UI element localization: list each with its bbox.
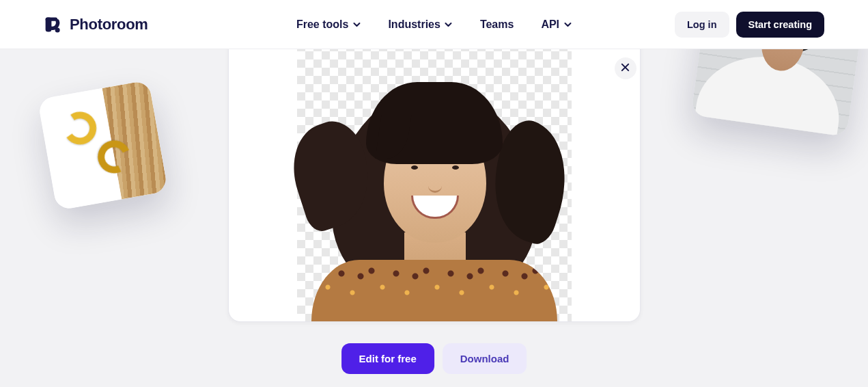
- nav-label: Teams: [480, 18, 514, 31]
- start-creating-button[interactable]: Start creating: [736, 12, 824, 38]
- nav-label: Free tools: [296, 18, 348, 31]
- subject-cutout: [298, 34, 571, 321]
- chevron-down-icon: [352, 21, 361, 29]
- chevron-down-icon: [445, 21, 453, 29]
- close-icon: [621, 63, 630, 74]
- result-preview-card: [228, 1, 641, 322]
- nav-api[interactable]: API: [541, 18, 572, 31]
- header-actions: Log in Start creating: [675, 12, 824, 38]
- svg-point-4: [55, 27, 60, 32]
- chevron-down-icon: [563, 21, 572, 29]
- nav-teams[interactable]: Teams: [480, 18, 514, 31]
- site-header: Photoroom Free tools Industries Teams AP…: [0, 0, 868, 49]
- result-actions: Edit for free Download: [341, 343, 527, 374]
- edit-for-free-button[interactable]: Edit for free: [341, 343, 434, 374]
- brand-name: Photoroom: [70, 16, 148, 34]
- nav-free-tools[interactable]: Free tools: [296, 18, 361, 31]
- brand-logo[interactable]: Photoroom: [44, 15, 148, 34]
- primary-nav: Free tools Industries Teams API: [296, 18, 572, 31]
- close-button[interactable]: [615, 57, 636, 79]
- nav-label: Industries: [388, 18, 440, 31]
- login-button[interactable]: Log in: [675, 12, 729, 38]
- brand-logo-icon: [44, 15, 63, 34]
- nav-label: API: [541, 18, 559, 31]
- download-button[interactable]: Download: [443, 343, 527, 374]
- example-thumbnail-left: [38, 80, 168, 211]
- nav-industries[interactable]: Industries: [388, 18, 452, 31]
